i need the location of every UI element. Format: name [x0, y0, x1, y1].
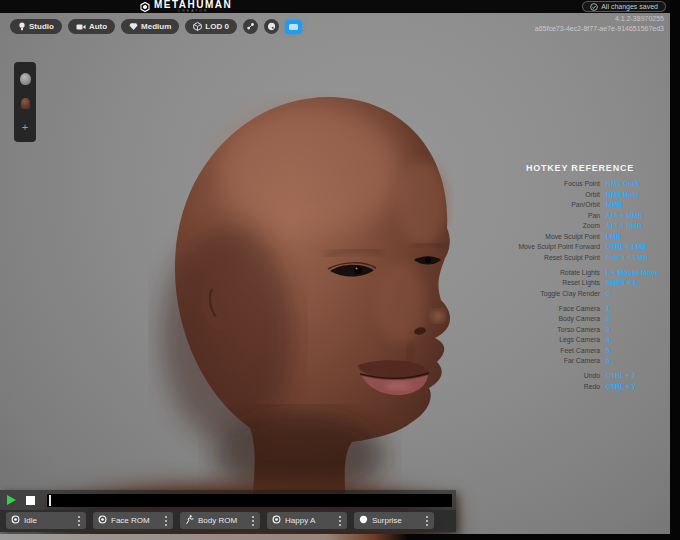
studio-light-icon — [18, 22, 26, 31]
metahuman-logo: METAHUMAN CREATOR — [140, 0, 232, 13]
build-info: 4.1.2-38970255 a65fce73-4ec2-8f77-ae7e-9… — [535, 14, 664, 34]
hotkey-label: Focus Point — [496, 180, 600, 187]
hotkey-label: Move Sculpt Point Forward — [496, 243, 600, 250]
animation-bar: IdleFace ROMBody ROMHappy ASurprise — [0, 490, 456, 532]
kebab-menu-icon[interactable] — [251, 515, 255, 527]
animation-clip-row: IdleFace ROMBody ROMHappy ASurprise — [0, 510, 456, 532]
animation-chip-label: Surprise — [372, 516, 402, 525]
runner-icon — [185, 515, 194, 526]
hotkey-label: Pan — [496, 212, 600, 219]
face-icon — [359, 515, 368, 526]
hotkey-value: CTRL + LMB — [606, 243, 664, 250]
metahuman-creator-window: METAHUMAN CREATOR All changes saved 4.1.… — [0, 0, 680, 540]
playhead-cursor[interactable] — [49, 495, 51, 506]
body-thumb-icon — [21, 98, 30, 109]
hotkey-value: RMB Hold — [606, 191, 664, 198]
right-edge-strip — [670, 0, 680, 540]
hotkey-value: 1 — [606, 305, 664, 312]
head-preview-thumb[interactable] — [20, 73, 31, 85]
hotkey-value: 3 — [606, 326, 664, 333]
hotkey-value: RMB Click — [606, 180, 664, 187]
clay-blob-icon — [267, 22, 276, 31]
hotkey-value: 4 — [606, 336, 664, 343]
studio-label: Studio — [29, 22, 54, 31]
hotkey-label: Rotate Lights — [496, 269, 600, 276]
camera-auto-button[interactable]: Auto — [68, 19, 115, 34]
transport-controls — [0, 490, 456, 510]
animation-chip-label: Body ROM — [198, 516, 237, 525]
quality-gem-icon — [129, 22, 138, 31]
hotkey-title: HOTKEY REFERENCE — [496, 163, 664, 173]
camera-auto-label: Auto — [89, 22, 107, 31]
animation-chip-body-rom[interactable]: Body ROM — [180, 512, 260, 529]
video-camera-icon — [76, 23, 86, 31]
sculpt-points-icon — [246, 22, 255, 31]
kebab-menu-icon[interactable] — [425, 515, 429, 527]
animation-chip-label: Face ROM — [111, 516, 150, 525]
body-preview-thumb[interactable] — [21, 98, 30, 109]
bottom-edge-strip — [0, 534, 680, 540]
lod-button[interactable]: LOD 0 — [185, 19, 237, 34]
play-button[interactable] — [7, 495, 16, 505]
hotkey-label: Body Camera — [496, 315, 600, 322]
hotkey-label: Feet Camera — [496, 347, 600, 354]
save-status-text: All changes saved — [601, 3, 658, 10]
hotkey-label: Zoom — [496, 222, 600, 229]
kebab-menu-icon[interactable] — [77, 515, 81, 527]
add-button[interactable]: + — [22, 122, 28, 132]
quality-medium-button[interactable]: Medium — [121, 19, 179, 34]
hotkey-label: Torso Camera — [496, 326, 600, 333]
animation-chip-idle[interactable]: Idle — [6, 512, 86, 529]
hotkey-label: Pan/Orbit — [496, 201, 600, 208]
hotkey-label: Reset Lights — [496, 279, 600, 286]
preview-panel: + — [14, 62, 36, 142]
hotkey-label: Redo — [496, 383, 600, 390]
hotkey-value: C — [606, 290, 664, 297]
viewport-canvas[interactable]: 4.1.2-38970255 a65fce73-4ec2-8f77-ae7e-9… — [0, 13, 680, 540]
kebab-menu-icon[interactable] — [338, 515, 342, 527]
hotkey-value: 5 — [606, 347, 664, 354]
hotkey-value: 6 — [606, 357, 664, 364]
animation-chip-happy-a[interactable]: Happy A — [267, 512, 347, 529]
viewport-display-button[interactable] — [285, 20, 302, 34]
animation-chip-label: Idle — [24, 516, 37, 525]
save-status-badge: All changes saved — [582, 1, 666, 12]
viewport-toolbar: Studio Auto Medium LOD 0 — [10, 19, 302, 34]
animation-chip-surprise[interactable]: Surprise — [354, 512, 434, 529]
hotkey-value: CTRL + Y — [606, 383, 664, 390]
lod-cube-icon — [193, 22, 202, 31]
timeline-scrubber[interactable] — [47, 494, 452, 507]
hotkey-label: Move Sculpt Point — [496, 233, 600, 240]
pose-icon — [11, 515, 20, 526]
sculpt-tool-button[interactable] — [243, 19, 258, 34]
hotkey-value: SHIFT + L — [606, 279, 664, 286]
hotkey-label: Far Camera — [496, 357, 600, 364]
title-bar: METAHUMAN CREATOR All changes saved — [0, 0, 680, 13]
pose-icon — [98, 515, 107, 526]
hotkey-group: UndoCTRL + ZRedoCTRL + Y — [496, 372, 664, 390]
hotkey-value: 2 — [606, 315, 664, 322]
screen-icon — [289, 24, 298, 30]
hotkey-value: ALT + RMB — [606, 222, 664, 229]
hotkey-groups: Focus PointRMB ClickOrbitRMB HoldPan/Orb… — [496, 180, 664, 390]
lod-label: LOD 0 — [205, 22, 229, 31]
animation-chip-face-rom[interactable]: Face ROM — [93, 512, 173, 529]
quality-label: Medium — [141, 22, 171, 31]
blend-tool-button[interactable] — [264, 19, 279, 34]
hotkey-label: Reset Sculpt Point — [496, 254, 600, 261]
hotkey-group: Face Camera1Body Camera2Torso Camera3Leg… — [496, 305, 664, 365]
hotkey-value: L + Mouse Move — [606, 269, 664, 276]
metahuman-hexagon-icon — [140, 2, 150, 12]
logo-subtext: CREATOR — [178, 10, 209, 14]
pose-icon — [272, 515, 281, 526]
hotkey-label: Undo — [496, 372, 600, 379]
hotkey-value: MMB — [606, 201, 664, 208]
studio-environment-button[interactable]: Studio — [10, 19, 62, 34]
hotkey-value: ALT + MMB — [606, 212, 664, 219]
hotkey-group: Rotate LightsL + Mouse MoveReset LightsS… — [496, 269, 664, 297]
animation-chip-label: Happy A — [285, 516, 315, 525]
head-thumb-icon — [20, 73, 31, 85]
stop-button[interactable] — [26, 496, 35, 505]
kebab-menu-icon[interactable] — [164, 515, 168, 527]
check-circle-icon — [590, 3, 598, 11]
